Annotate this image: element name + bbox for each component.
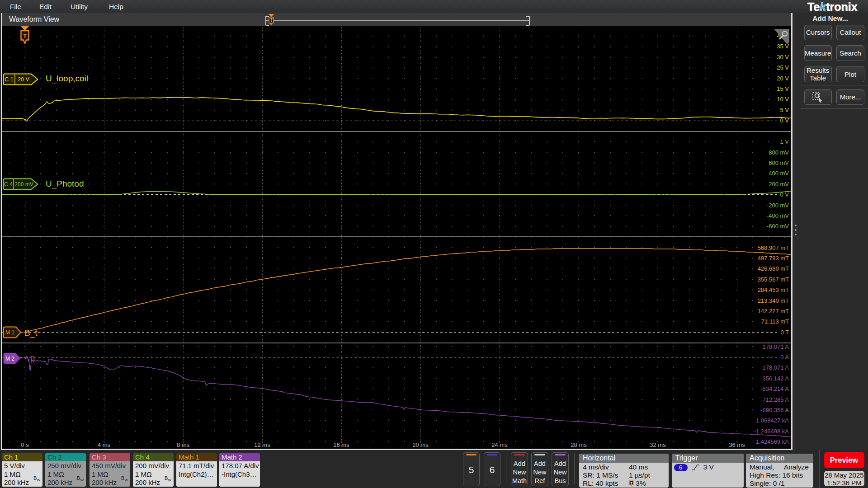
- svg-text:M 2: M 2: [5, 356, 14, 362]
- svg-text:200 mV: 200 mV: [14, 181, 33, 188]
- svg-text:M 1: M 1: [5, 329, 14, 336]
- svg-text:T: T: [270, 18, 273, 23]
- svg-text:C 1: C 1: [5, 76, 14, 83]
- svg-text:T: T: [23, 33, 27, 39]
- svg-text:T: T: [630, 481, 632, 485]
- svg-text:20 V: 20 V: [18, 76, 29, 83]
- svg-text:C 4: C 4: [4, 181, 13, 188]
